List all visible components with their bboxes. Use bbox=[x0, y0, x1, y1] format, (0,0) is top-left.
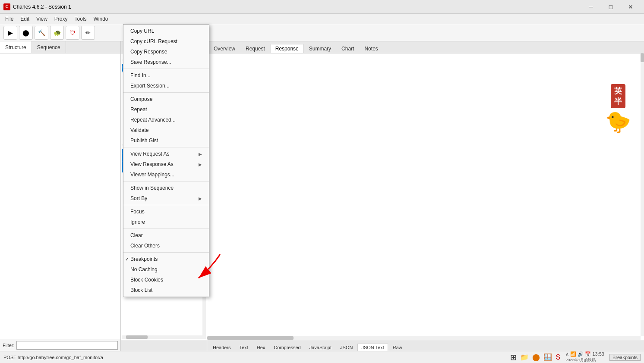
ctx-no-caching[interactable]: No Caching bbox=[123, 264, 209, 275]
ctx-show-in-sequence[interactable]: Show in Sequence bbox=[123, 183, 209, 193]
ctx-export-session[interactable]: Export Session... bbox=[123, 81, 209, 91]
ctx-repeat[interactable]: Repeat bbox=[123, 104, 209, 115]
ctx-clear-others[interactable]: Clear Others bbox=[123, 241, 209, 251]
ctx-copy-url[interactable]: Copy URL bbox=[123, 26, 209, 36]
ctx-copy-response[interactable]: Copy Response bbox=[123, 47, 209, 57]
ctx-sort-by[interactable]: Sort By ▶ bbox=[123, 193, 209, 203]
ctx-sep-7 bbox=[123, 252, 209, 253]
chevron-right-icon-3: ▶ bbox=[199, 196, 202, 201]
ctx-view-response-as[interactable]: View Response As ▶ bbox=[123, 159, 209, 169]
ctx-sep-1 bbox=[123, 69, 209, 69]
ctx-sep-6 bbox=[123, 228, 209, 229]
ctx-find-in[interactable]: Find In... bbox=[123, 70, 209, 81]
ctx-breakpoints[interactable]: Breakpoints bbox=[123, 254, 209, 264]
chevron-right-icon-2: ▶ bbox=[199, 162, 202, 167]
ctx-block-cookies[interactable]: Block Cookies bbox=[123, 275, 209, 285]
ctx-copy-curl[interactable]: Copy cURL Request bbox=[123, 36, 209, 47]
ctx-block-list[interactable]: Block List bbox=[123, 285, 209, 295]
ctx-validate[interactable]: Validate bbox=[123, 125, 209, 135]
ctx-compose[interactable]: Compose bbox=[123, 94, 209, 104]
ctx-save-response[interactable]: Save Response... bbox=[123, 57, 209, 67]
ctx-sep-3 bbox=[123, 147, 209, 147]
ctx-ignore[interactable]: Ignore bbox=[123, 217, 209, 227]
ctx-clear[interactable]: Clear bbox=[123, 230, 209, 241]
ctx-publish-gist[interactable]: Publish Gist bbox=[123, 135, 209, 146]
ctx-viewer-mappings[interactable]: Viewer Mappings... bbox=[123, 169, 209, 180]
ctx-view-request-as[interactable]: View Request As ▶ bbox=[123, 149, 209, 159]
context-menu-overlay[interactable]: Copy URL Copy cURL Request Copy Response… bbox=[0, 0, 644, 363]
ctx-sep-4 bbox=[123, 181, 209, 182]
chevron-right-icon: ▶ bbox=[199, 152, 202, 156]
ctx-sep-2 bbox=[123, 92, 209, 93]
ctx-sep-5 bbox=[123, 205, 209, 205]
ctx-focus[interactable]: Focus bbox=[123, 207, 209, 217]
ctx-repeat-advanced[interactable]: Repeat Advanced... bbox=[123, 115, 209, 125]
context-menu: Copy URL Copy cURL Request Copy Response… bbox=[123, 24, 209, 297]
